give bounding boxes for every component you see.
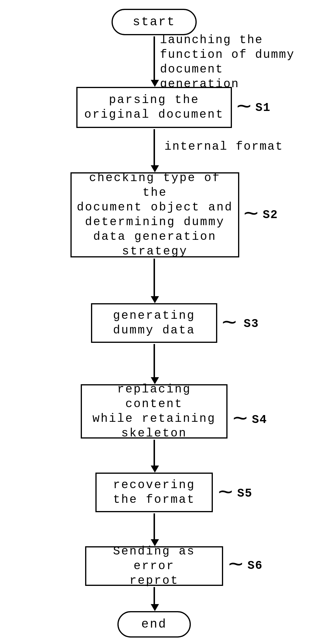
arrow-s1-s2 — [154, 129, 155, 166]
flow-label-launch: launching the function of dummy document… — [160, 33, 310, 92]
terminator-end: end — [117, 611, 191, 638]
step-label-s2: S2 — [263, 208, 278, 222]
process-s6: Sending as error reprot — [85, 546, 223, 586]
arrow-s6-end — [154, 587, 155, 605]
flow-label-internal: internal format — [164, 139, 305, 154]
step-label-s6: S6 — [247, 559, 263, 572]
tilde-s1: ∼ — [237, 97, 251, 117]
tilde-s3: ∼ — [222, 313, 237, 333]
arrow-s5-s6 — [154, 513, 155, 540]
tilde-s2: ∼ — [244, 205, 258, 225]
process-s2: checking type of the document object and… — [70, 172, 239, 257]
arrow-head-start-s1 — [151, 80, 159, 87]
process-s1: parsing the original document — [76, 87, 232, 128]
arrow-s3-s4 — [154, 344, 155, 378]
arrow-s4-s5 — [154, 440, 155, 466]
process-s5: recovering the format — [95, 473, 213, 512]
step-label-s4: S4 — [252, 413, 267, 426]
step-label-s1: S1 — [255, 101, 271, 114]
arrow-head-s2-s3 — [151, 296, 159, 303]
tilde-s5: ∼ — [218, 483, 233, 503]
arrow-start-s1 — [154, 36, 155, 80]
tilde-s6: ∼ — [228, 555, 243, 575]
arrow-head-s4-s5 — [151, 466, 159, 473]
process-s3: generating dummy data — [91, 303, 217, 343]
terminator-start: start — [112, 9, 197, 35]
step-label-s3: S3 — [244, 317, 259, 331]
process-s4: replacing content while retaining skelet… — [81, 384, 228, 439]
tilde-s4: ∼ — [233, 409, 247, 429]
step-label-s5: S5 — [237, 487, 252, 500]
arrow-head-s6-end — [151, 604, 159, 611]
arrow-s2-s3 — [154, 259, 155, 297]
